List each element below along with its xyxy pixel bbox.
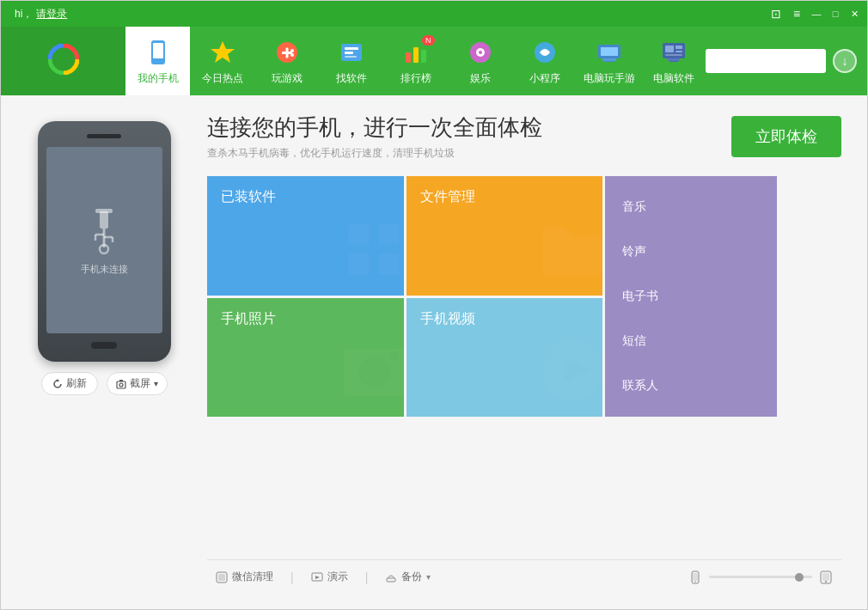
nav-item-my-phone[interactable]: 我的手机 (125, 27, 190, 95)
refresh-button[interactable]: 刷新 (41, 372, 98, 395)
svg-rect-48 (348, 253, 370, 275)
side-tile-ebooks[interactable]: 电子书 (622, 285, 760, 308)
side-tile-ringtones[interactable]: 铃声 (622, 241, 760, 263)
nav-item-pc-mobile-gaming[interactable]: 电脑玩手游 (577, 27, 641, 95)
greeting-text: hi， (15, 7, 33, 21)
demo-label: 演示 (327, 570, 348, 584)
toolbar-backup[interactable]: 备份 ▾ (385, 570, 431, 584)
tile-file-manager[interactable]: 文件管理 (406, 176, 603, 296)
check-button[interactable]: 立即体检 (731, 116, 841, 157)
brand-area[interactable] (1, 27, 125, 95)
tile-photos-label: 手机照片 (221, 310, 276, 328)
panel-header-text: 连接您的手机，进行一次全面体检 查杀木马手机病毒，优化手机运行速度，清理手机垃圾 (207, 113, 542, 161)
screen-share-icon[interactable]: ⊡ (769, 7, 783, 21)
side-tile-contacts[interactable]: 联系人 (622, 375, 760, 397)
side-tile-music[interactable]: 音乐 (622, 196, 760, 218)
phone-screen: 手机未连接 (46, 147, 162, 333)
tile-videos-icon (534, 332, 602, 417)
phone-status-text: 手机未连接 (81, 263, 128, 276)
phone-action-bar: 刷新 截屏 ▾ (41, 372, 168, 395)
separator-2: | (365, 570, 369, 584)
phone-speaker (87, 134, 121, 138)
login-link[interactable]: 请登录 (36, 7, 67, 21)
svg-marker-58 (315, 576, 320, 579)
screenshot-button[interactable]: 截屏 ▾ (107, 372, 168, 395)
my-phone-icon (143, 37, 174, 68)
nav-label-mini-programs: 小程序 (529, 71, 560, 86)
tile-photos-icon (335, 332, 404, 417)
svg-rect-59 (387, 578, 395, 582)
tile-files-label: 文件管理 (420, 188, 475, 206)
games-icon (272, 37, 303, 68)
bottom-toolbar: 微信清理 | 演示 | 备份 ▾ (207, 559, 841, 594)
svg-point-62 (694, 581, 695, 582)
nav-item-mini-programs[interactable]: 小程序 (512, 27, 577, 95)
main-content: 手机未连接 刷新 (1, 95, 867, 610)
screenshot-label: 截屏 (130, 376, 150, 391)
side-tile-sms[interactable]: 短信 (622, 330, 760, 352)
content-area: 手机未连接 刷新 (1, 95, 867, 610)
nav-item-pc-software[interactable]: 电脑软件 (641, 27, 706, 95)
svg-rect-34 (100, 211, 108, 229)
nav-item-games[interactable]: 玩游戏 (254, 27, 319, 95)
minimize-button[interactable]: — (810, 8, 822, 20)
svg-rect-11 (345, 47, 358, 50)
close-button[interactable]: ✕ (848, 8, 860, 20)
nav-label-pc-mobile-gaming: 电脑玩手游 (584, 71, 635, 86)
nav-label-find-software: 找软件 (336, 71, 367, 86)
svg-rect-27 (675, 46, 682, 49)
tile-phone-videos[interactable]: 手机视频 (406, 298, 603, 418)
list-icon[interactable]: ≡ (790, 7, 804, 21)
tiles-main: 已装软件 文件管理 (207, 176, 602, 417)
tile-videos-label: 手机视频 (420, 310, 475, 328)
svg-rect-45 (119, 380, 123, 381)
svg-rect-14 (406, 52, 411, 63)
nav-item-find-software[interactable]: 找软件 (319, 27, 383, 95)
search-input[interactable] (706, 49, 826, 73)
svg-point-52 (388, 351, 399, 361)
pc-mobile-gaming-icon (594, 37, 625, 68)
nav-item-entertainment[interactable]: 娱乐 (448, 27, 512, 95)
demo-icon (311, 571, 323, 583)
pc-software-icon (658, 37, 689, 68)
download-button[interactable]: ↓ (833, 49, 857, 73)
svg-point-51 (358, 357, 389, 387)
svg-rect-35 (95, 209, 113, 213)
tile-phone-photos[interactable]: 手机照片 (207, 298, 404, 418)
svg-rect-29 (665, 54, 682, 56)
backup-label: 备份 (401, 570, 422, 584)
entertainment-icon (465, 37, 496, 68)
svg-rect-24 (602, 58, 616, 61)
svg-rect-61 (693, 573, 698, 581)
zoom-slider[interactable] (709, 576, 812, 578)
toolbar-wechat-clean[interactable]: 微信清理 (216, 570, 273, 584)
svg-point-19 (479, 51, 482, 54)
nav-bar: 我的手机 今日热点 玩游戏 (1, 27, 867, 95)
maximize-button[interactable]: □ (829, 8, 841, 20)
mini-programs-icon (529, 37, 560, 68)
hot-today-icon (207, 37, 238, 68)
slider-thumb (795, 573, 804, 582)
title-bar-left: hi， 请登录 (8, 7, 764, 21)
dropdown-arrow-icon: ▾ (154, 379, 158, 388)
nav-label-pc-software: 电脑软件 (653, 71, 694, 86)
svg-rect-56 (218, 574, 225, 581)
nav-item-hot-today[interactable]: 今日热点 (190, 27, 254, 95)
tile-installed-software[interactable]: 已装软件 (207, 176, 404, 296)
toolbar-demo[interactable]: 演示 (311, 570, 348, 584)
nav-label-hot-today: 今日热点 (202, 71, 243, 86)
svg-point-8 (290, 49, 294, 52)
svg-rect-49 (378, 253, 400, 275)
svg-rect-16 (421, 50, 426, 63)
svg-rect-15 (413, 47, 419, 63)
svg-rect-31 (668, 58, 680, 61)
tile-installed-icon (335, 210, 404, 296)
nav-label-games: 玩游戏 (272, 71, 303, 86)
phone-home-button (91, 342, 117, 349)
tile-files-icon (534, 210, 602, 296)
svg-marker-4 (211, 41, 235, 63)
phone-frame: 手机未连接 (38, 121, 171, 362)
nav-item-rankings[interactable]: N 排行榜 (383, 27, 448, 95)
rankings-icon: N (400, 37, 431, 68)
svg-point-3 (156, 59, 159, 62)
